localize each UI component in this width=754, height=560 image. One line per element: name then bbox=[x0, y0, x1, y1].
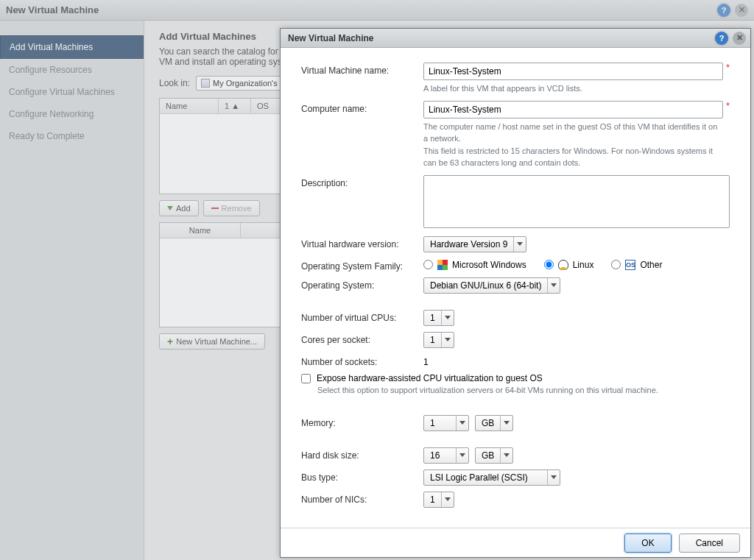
os-value: Debian GNU/Linux 6 (64-bit) bbox=[424, 278, 548, 293]
os-family-other[interactable]: OSOther bbox=[611, 260, 662, 270]
computer-name-hint: The computer name / host name set in the… bbox=[423, 121, 723, 169]
modal-help-icon[interactable]: ? bbox=[715, 32, 728, 45]
os-family-other-radio[interactable] bbox=[611, 260, 621, 269]
linux-icon bbox=[558, 260, 568, 270]
vm-name-input[interactable] bbox=[423, 63, 723, 80]
description-label: Description: bbox=[301, 175, 423, 230]
memory-unit: GB bbox=[476, 416, 501, 430]
nics-label: Number of NICs: bbox=[301, 492, 423, 508]
chevron-down-icon bbox=[548, 283, 560, 287]
cores-value: 1 bbox=[424, 333, 442, 347]
ok-button[interactable]: OK bbox=[624, 534, 671, 553]
os-select[interactable]: Debian GNU/Linux 6 (64-bit) bbox=[423, 277, 560, 294]
cores-label: Cores per socket: bbox=[301, 332, 423, 348]
memory-select[interactable]: 1 bbox=[423, 415, 469, 431]
required-asterisk: * bbox=[726, 101, 730, 110]
vcpus-value: 1 bbox=[424, 311, 442, 325]
chevron-down-icon bbox=[501, 453, 512, 457]
chevron-down-icon bbox=[548, 475, 560, 479]
hw-version-label: Virtual hardware version: bbox=[301, 236, 423, 252]
modal-footer: OK Cancel bbox=[281, 528, 750, 557]
description-input[interactable] bbox=[423, 175, 730, 228]
modal-close-icon[interactable]: ✕ bbox=[733, 32, 746, 45]
chevron-down-icon bbox=[457, 421, 468, 425]
hw-version-value: Hardware Version 9 bbox=[424, 237, 514, 252]
hdd-label: Hard disk size: bbox=[301, 447, 423, 464]
sockets-label: Number of sockets: bbox=[301, 354, 423, 367]
cores-select[interactable]: 1 bbox=[423, 332, 454, 348]
os-family-linux-radio[interactable] bbox=[544, 260, 554, 269]
windows-icon bbox=[437, 260, 448, 270]
os-label: Operating System: bbox=[301, 277, 423, 294]
modal-header: New Virtual Machine ? ✕ bbox=[281, 29, 750, 48]
memory-value: 1 bbox=[424, 416, 457, 430]
vcpus-select[interactable]: 1 bbox=[423, 310, 454, 326]
required-asterisk: * bbox=[726, 63, 730, 72]
bus-value: LSI Logic Parallel (SCSI) bbox=[424, 470, 548, 485]
hdd-select[interactable]: 16 bbox=[423, 447, 469, 464]
nics-value: 1 bbox=[424, 492, 442, 507]
modal-body: Virtual Machine name: A label for this V… bbox=[281, 48, 750, 528]
vm-name-label: Virtual Machine name: bbox=[301, 63, 423, 95]
hdd-unit-select[interactable]: GB bbox=[475, 447, 513, 464]
chevron-down-icon bbox=[457, 453, 468, 457]
chevron-down-icon bbox=[442, 497, 454, 501]
vm-name-hint: A label for this VM that appears in VCD … bbox=[423, 82, 723, 95]
chevron-down-icon bbox=[442, 338, 454, 341]
bus-label: Bus type: bbox=[301, 469, 423, 486]
computer-name-input[interactable] bbox=[423, 101, 723, 118]
os-family-label: Operating System Family: bbox=[301, 258, 423, 272]
computer-name-label: Computer name: bbox=[301, 101, 423, 169]
sockets-value: 1 bbox=[423, 354, 730, 367]
os-family-windows-radio[interactable] bbox=[423, 260, 433, 269]
hdd-unit: GB bbox=[476, 448, 501, 463]
hdd-value: 16 bbox=[424, 448, 457, 463]
os-family-windows[interactable]: Microsoft Windows bbox=[423, 260, 526, 270]
bus-select[interactable]: LSI Logic Parallel (SCSI) bbox=[423, 469, 560, 486]
expose-virtualization-checkbox[interactable] bbox=[301, 374, 311, 383]
expose-hint: Select this option to support virtualiza… bbox=[317, 386, 730, 394]
expose-label: Expose hardware-assisted CPU virtualizat… bbox=[317, 373, 543, 383]
modal-title: New Virtual Machine bbox=[288, 33, 711, 43]
chevron-down-icon bbox=[442, 316, 454, 319]
os-family-linux[interactable]: Linux bbox=[544, 260, 594, 270]
chevron-down-icon bbox=[514, 242, 526, 246]
chevron-down-icon bbox=[501, 421, 512, 425]
new-vm-modal: New Virtual Machine ? ✕ Virtual Machine … bbox=[280, 28, 751, 558]
other-os-icon: OS bbox=[625, 260, 635, 270]
hw-version-select[interactable]: Hardware Version 9 bbox=[423, 236, 526, 252]
vcpus-label: Number of virtual CPUs: bbox=[301, 310, 423, 326]
cancel-button[interactable]: Cancel bbox=[679, 534, 740, 553]
memory-unit-select[interactable]: GB bbox=[475, 415, 513, 431]
memory-label: Memory: bbox=[301, 415, 423, 431]
nics-select[interactable]: 1 bbox=[423, 492, 454, 508]
